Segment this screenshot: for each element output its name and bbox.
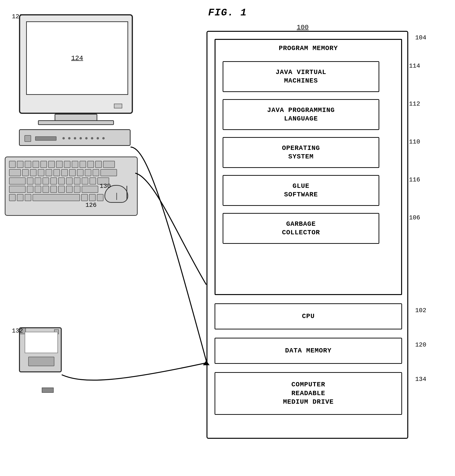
key-wide [103, 161, 115, 168]
key [25, 161, 31, 168]
key [9, 169, 21, 176]
ref-126-label: 126 [85, 202, 97, 209]
ref-110: 110 [409, 138, 420, 145]
ref-102: 102 [415, 307, 426, 314]
key [58, 177, 65, 184]
key [27, 186, 33, 193]
key [42, 177, 49, 184]
key [9, 161, 16, 168]
key [64, 161, 71, 168]
monitor-button [114, 104, 122, 108]
page-title: FIG. 1 [208, 7, 247, 18]
comp-readable-box: COMPUTERREADABLEMEDIUM DRIVE [215, 372, 402, 415]
key [48, 161, 55, 168]
key [35, 186, 41, 193]
floppy-label [25, 332, 58, 353]
ref-100: 100 [297, 24, 309, 31]
glue-label: GLUESOFTWARE [284, 182, 318, 199]
floppy-body [19, 327, 62, 372]
dot1 [62, 137, 65, 139]
drive-light [24, 135, 31, 142]
key [35, 177, 41, 184]
ref-112: 112 [409, 100, 420, 107]
dot3 [74, 137, 76, 139]
key [22, 169, 29, 176]
ref-116: 116 [409, 176, 420, 183]
key [56, 161, 63, 168]
ref-114: 114 [409, 62, 420, 70]
key [50, 186, 57, 193]
dot2 [68, 137, 71, 139]
program-memory-box: PROGRAM MEMORY JAVA VIRTUALMACHINES JAVA… [215, 39, 402, 295]
key [42, 186, 49, 193]
key [74, 186, 81, 193]
ref-106: 106 [409, 214, 420, 221]
dot7 [97, 137, 99, 139]
key [9, 194, 16, 201]
os-label: OPERATINGSYSTEM [282, 144, 320, 161]
key [82, 177, 88, 184]
key [85, 169, 91, 176]
mouse-line [116, 193, 117, 200]
key [53, 169, 60, 176]
floppy-metal [28, 357, 54, 366]
key [27, 177, 33, 184]
monitor-screen: 124 [26, 21, 128, 95]
system-box: PROGRAM MEMORY JAVA VIRTUALMACHINES JAVA… [206, 31, 408, 439]
key [66, 186, 73, 193]
key [89, 194, 96, 201]
key [82, 186, 98, 193]
key [50, 177, 57, 184]
mouse-cord [127, 186, 127, 200]
key [46, 169, 52, 176]
key [95, 161, 102, 168]
ref-134: 134 [415, 376, 426, 383]
screen-label-124: 124 [71, 55, 83, 62]
data-memory-label: DATA MEMORY [285, 347, 332, 355]
key [58, 186, 65, 193]
os-box: OPERATINGSYSTEM [223, 137, 379, 168]
spacebar [32, 194, 80, 201]
key [66, 177, 73, 184]
key [40, 161, 47, 168]
dot4 [80, 137, 82, 139]
key [72, 161, 78, 168]
dot6 [91, 137, 93, 139]
key [87, 161, 94, 168]
key [32, 161, 39, 168]
dot5 [85, 137, 88, 139]
cpu-label: CPU [302, 312, 315, 321]
key [25, 194, 31, 201]
key [30, 169, 37, 176]
key [74, 177, 81, 184]
java-lang-label: JAVA PROGRAMMINGLANGUAGE [267, 106, 335, 123]
java-vm-label: JAVA VIRTUALMACHINES [276, 68, 326, 85]
garbage-box: GARBAGECOLLECTOR [223, 213, 379, 244]
key [9, 186, 26, 193]
key [38, 169, 44, 176]
ref-120: 120 [415, 341, 426, 349]
monitor: 124 [19, 14, 133, 114]
ref-132-label: 132 [12, 327, 23, 334]
floppy-disk [19, 327, 62, 372]
glue-box: GLUESOFTWARE [223, 175, 379, 206]
comp-readable-label: COMPUTERREADABLEMEDIUM DRIVE [283, 381, 334, 406]
monitor-stand [55, 114, 97, 121]
monitor-base [38, 120, 114, 125]
key [17, 161, 24, 168]
java-lang-box: JAVA PROGRAMMINGLANGUAGE [223, 99, 379, 130]
key [9, 177, 26, 184]
key [69, 169, 76, 176]
key [93, 169, 99, 176]
key [97, 194, 104, 201]
cd-drive [19, 129, 130, 146]
program-memory-label: PROGRAM MEMORY [279, 45, 338, 52]
key [61, 169, 68, 176]
key [17, 194, 24, 201]
drive-slot [35, 136, 57, 141]
data-memory-box: DATA MEMORY [215, 338, 402, 364]
key [80, 161, 86, 168]
ref-130-label: 130 [100, 183, 111, 190]
key [100, 169, 117, 176]
drive-dots [62, 137, 105, 139]
